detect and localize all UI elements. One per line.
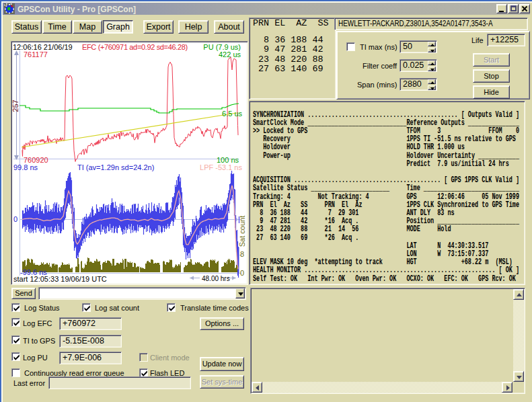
svg-text:48.00 hrs: 48.00 hrs <box>202 275 230 282</box>
svg-text:422 us: 422 us <box>219 50 241 58</box>
svg-text:0: 0 <box>13 215 17 223</box>
svg-text:8: 8 <box>240 250 244 258</box>
svg-text:257: 257 <box>12 99 20 112</box>
svg-text:EFC (+760971 ad=0.92 sd=46.28): EFC (+760971 ad=0.92 sd=46.28) <box>82 43 188 51</box>
svg-text:start 12:05:33 19/06/19 UTC: start 12:05:33 19/06/19 UTC <box>13 275 107 283</box>
svg-text:TI (av=1.29n sd=24.2n): TI (av=1.29n sd=24.2n) <box>77 163 154 171</box>
svg-text:LPF -53.1 ns: LPF -53.1 ns <box>200 163 242 171</box>
svg-text:6.5 us: 6.5 us <box>222 110 242 118</box>
svg-text:761177: 761177 <box>24 50 48 58</box>
svg-text:Sat count: Sat count <box>238 216 246 247</box>
svg-text:0: 0 <box>240 269 244 277</box>
svg-text:99.8 ns: 99.8 ns <box>13 163 38 171</box>
